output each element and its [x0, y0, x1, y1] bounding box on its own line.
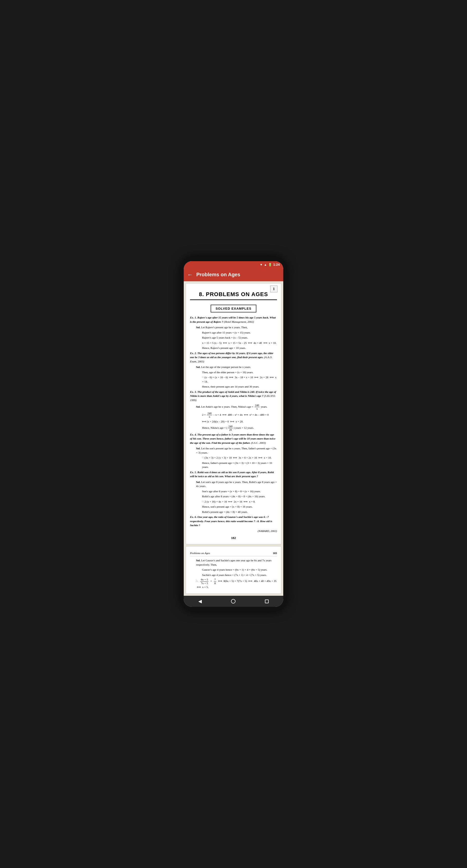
ex1-sol-1: Sol. Let Rajeev's present age be x years… — [196, 325, 277, 330]
ex5-sol-2: Son's age after 8 years = (x + 8) + 8 = … — [202, 489, 277, 494]
chapter-underline — [190, 299, 277, 300]
ex5-sol-5: Hence, son's present age = (x + 8) = 16 … — [202, 504, 277, 509]
ex2-sol-2: Then, age of the elder person = (x + 16)… — [202, 370, 277, 374]
ex1-sol-2: Rajeev's age after 15 years = (x + 15) y… — [202, 331, 277, 335]
back-button[interactable]: ← — [187, 272, 193, 278]
app-title: Problems on Ages — [196, 272, 240, 278]
page-num-bottom-1: 182 — [190, 535, 277, 540]
phone-screen: ▼ ▲ 🔋 1:24 ← Problems on Ages 1 8. PROBL… — [184, 261, 283, 607]
ex5-sol-4: ∴ 2 (x + 16) = 4x + 16 ⟺ 2x = 16 ⟺ x = 8… — [202, 500, 277, 504]
chapter-title: 8. PROBLEMS ON AGES — [190, 290, 277, 299]
ex4-sol-3: Hence, father's present age = (3x + 3) =… — [202, 461, 277, 469]
ex1-sol-4: x + 15 = 5 (x – 5) ⟺ x + 15 = 5x – 25 ⟺ … — [202, 341, 277, 345]
clock: 1:24 — [273, 263, 280, 267]
page-2: Problems on Ages 183 Sol. Let Gaurav's a… — [186, 546, 281, 594]
ex1-sol-5: Hence, Rajeev's present age = 10 years. — [202, 346, 277, 350]
ex2-title: Ex. 2. The ages of two persons differ by… — [190, 351, 277, 364]
signal-icon: ▲ — [264, 263, 267, 267]
nav-home-button[interactable] — [231, 599, 235, 603]
ex4-sol-2: ∴ (3x + 3) = 2 (x + 3) + 10 ⟺ 3x + 6 = 2… — [202, 456, 277, 460]
ex2-sol-3: ∴ (x – 6) = (x + 16 – 6) ⟺ 3x – 18 = x +… — [202, 375, 277, 383]
solved-examples-center: SOLVED EXAMPLES — [190, 303, 277, 316]
solved-examples-box: SOLVED EXAMPLES — [211, 305, 257, 313]
ex6-sol-4: ∴ 6x + 57x + 5 = 78 ⟺ 8(6x + 5) = 7(7x +… — [196, 578, 277, 589]
ex4-sol-1: Sol. Let the son's present age be x year… — [196, 446, 277, 455]
page2-header-num: 183 — [273, 551, 277, 555]
ex3-sol-2: 2 × 240x – x = 4 ⟺ 480 – x² = 4x ⟺ x² + … — [202, 412, 277, 418]
nav-recents-button[interactable] — [265, 599, 269, 603]
ex5-sol-1: Sol. Let son's age 8 years ago be x year… — [196, 480, 277, 488]
ex5-sol-3: Rohit's age after 8 years = (4x + 8) + 8… — [202, 494, 277, 499]
page2-header: Problems on Ages 183 — [190, 551, 277, 557]
ex6-source: (NABARD, 2002) — [190, 529, 277, 533]
wifi-icon: ▼ — [260, 263, 263, 267]
ex1-title: Ex. 1. Rajeev's age after 15 years will … — [190, 315, 277, 324]
ex3-sol-3: ⟺ (x + 24)(x – 20) = 0 ⟺ x = 20. — [202, 420, 277, 424]
phone-frame: ▼ ▲ 🔋 1:24 ← Problems on Ages 1 8. PROBL… — [181, 257, 286, 612]
ex2-sol-1: Sol. Let the age of the younger person b… — [196, 365, 277, 369]
ex6-sol-1: Sol. Let Gaurav's and Sachin's ages one … — [196, 558, 277, 567]
app-bar: ← Problems on Ages — [184, 268, 283, 281]
nav-back-button[interactable]: ◀ — [198, 598, 202, 604]
status-bar: ▼ ▲ 🔋 1:24 — [184, 261, 283, 268]
status-icons: ▼ ▲ 🔋 1:24 — [260, 263, 280, 267]
ex5-title: Ex. 5. Rohit was 4 times as old as his s… — [190, 470, 277, 478]
ex4-title: Ex. 4. The present age of a father is 3 … — [190, 433, 277, 445]
ex3-sol-4: Hence, Nikita's age = (24020) years = 12… — [202, 425, 277, 432]
ex1-sol-3: Rajeev's age 5 years back = (x – 5) year… — [202, 336, 277, 340]
nav-bar: ◀ — [184, 596, 283, 607]
ex2-sol-4: Hence, their present ages are 14 years a… — [202, 384, 277, 389]
page-1: 1 8. PROBLEMS ON AGES SOLVED EXAMPLES Ex… — [186, 283, 281, 544]
ex6-sol-2: Gaurav's age 4 years hence = (6x + 1) + … — [202, 568, 277, 572]
content-area: 1 8. PROBLEMS ON AGES SOLVED EXAMPLES Ex… — [184, 281, 283, 596]
ex3-title: Ex. 3. The product of the ages of Ankit … — [190, 390, 277, 402]
ex6-sol-3: Sachin's age 4 years hence = (7x + 1) + … — [202, 573, 277, 577]
page2-header-title: Problems on Ages — [190, 551, 210, 555]
ex3-sol-1: Sol. Let Ankit's age be x years. Then, N… — [196, 404, 277, 410]
page-number-1: 1 — [270, 285, 278, 292]
ex5-sol-6: Rohit's present age = (4x + 8) = 40 year… — [202, 510, 277, 514]
battery-icon: 🔋 — [268, 263, 272, 267]
ex6-title: Ex. 6. One year ago, the ratio of Gaurav… — [190, 515, 277, 527]
